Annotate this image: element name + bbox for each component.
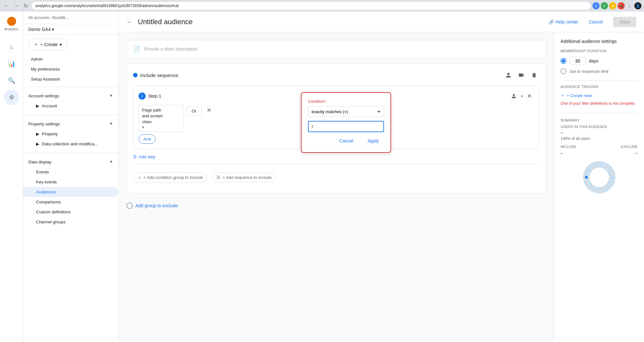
sidebar-item-comparisons[interactable]: Comparisons [23,197,118,207]
step-1-label: 1 Step 1 [139,93,161,100]
url-bar[interactable] [32,2,591,10]
condition-value-input[interactable] [308,121,384,132]
sidebar-item-audiences[interactable]: Audiences [23,187,118,197]
profile-icon-1[interactable]: G [592,2,600,9]
description-bar[interactable]: 📄 Provide a short description [126,40,546,58]
or-button[interactable]: Or [186,106,202,116]
setup-label: Setup Assistant [31,77,60,82]
summary-section: Summary USERS IN THIS AUDIENCE – 100% of… [561,118,638,197]
property-settings-header[interactable]: Property settings ▲ [23,119,118,129]
nav-admin[interactable]: ⚙ [4,90,19,105]
sidebar-item-setup[interactable]: Setup Assistant [23,74,118,84]
sidebar-item-data-collection[interactable]: ▶ Data collection and modifica... [23,139,118,149]
user-scope-button[interactable] [503,70,514,80]
page-path-chevron-icon: ▾ [142,125,144,130]
add-condition-group-button[interactable]: ＋ + Add condition group to include [133,172,207,183]
main-content: ← Untitled audience 🔗 Help center Cancel… [119,12,644,342]
audience-trigger-section: AUDIENCE TRIGGER ＋ + Create new One of y… [561,85,638,106]
admin-icon: ⚙ [9,94,14,101]
right-panel: Additional audience settings MEMBERSHIP … [554,32,644,342]
top-bar: ← Untitled audience 🔗 Help center Cancel… [119,12,644,32]
video-button[interactable] [516,70,526,80]
step-1-text: Step 1 [148,93,161,99]
forward-button[interactable]: → [12,2,20,10]
description-placeholder: Provide a short description [144,46,197,52]
step-1-actions: ▾ ✕ [509,91,534,101]
sidebar-item-events[interactable]: Events [23,167,118,177]
sidebar-item-admin[interactable]: Admin [23,54,118,64]
days-label: days [589,58,599,64]
account-settings-section: Account settings ▲ ▶ Account [23,90,118,112]
include-exclude-values: – – [561,151,638,155]
downloads-icon[interactable]: ↓ [626,2,633,9]
cancel-button[interactable]: Cancel [582,17,609,27]
create-trigger-label: + Create new [567,93,592,98]
add-step-icon: ☰ [133,154,137,159]
sequence-actions [503,70,539,80]
save-button[interactable]: Save [613,17,636,27]
property-settings-chevron-icon: ▲ [109,122,113,126]
condition-apply-button[interactable]: Apply [362,136,384,146]
sidebar-item-custom-definitions[interactable]: Custom definitions [23,207,118,217]
help-center-link[interactable]: 🔗 Help center [549,19,579,24]
nav-home[interactable]: ⌂ [4,39,19,55]
step-1-container: 1 Step 1 ▾ ✕ [133,85,539,149]
create-button[interactable]: ＋ + Create ▾ [28,39,67,50]
data-collection-expand-icon: ▶ [36,142,39,146]
sidebar-item-preferences[interactable]: My preferences [23,64,118,74]
data-display-header[interactable]: Data display ▲ [23,157,118,167]
account-name[interactable]: Demo GA4 ▾ [28,27,113,32]
remove-step-button[interactable]: ✕ [525,92,534,101]
duration-options: days Set to maximum limit [561,57,638,74]
add-exclude-button[interactable]: Add group to exclude [135,203,178,208]
data-collection-label: Data collection and modifica... [42,142,98,146]
required-marker: * [324,99,326,104]
and-button[interactable]: And [139,134,156,144]
sidebar-item-property[interactable]: ▶ Property [23,129,118,139]
delete-sequence-button[interactable] [529,70,539,80]
summary-title: Summary [561,118,638,122]
data-display-section: Data display ▲ Events Key events Audienc… [23,156,118,228]
duration-radio-days[interactable] [561,58,566,64]
extensions-icon[interactable]: 🔌 [618,2,625,9]
sequence-dot [133,73,138,77]
profile-icon-2[interactable]: G [601,2,608,9]
back-button[interactable]: ← [3,2,10,10]
refresh-button[interactable]: ↻ [22,2,30,10]
account-icon[interactable]: 👤 [634,2,641,9]
create-plus-icon: ＋ [34,42,38,47]
account-settings-header[interactable]: Account settings ▲ [23,91,118,101]
duration-radio-max[interactable] [561,68,566,74]
add-sequence-label: + Add sequence to include [222,175,272,180]
condition-cancel-button[interactable]: Cancel [334,136,359,146]
add-sequence-icon: ☰ [216,175,220,180]
profile-icon-3[interactable]: ★ [609,2,616,9]
sidebar-item-channel-groups[interactable]: Channel groups [23,217,118,227]
home-icon: ⌂ [10,44,13,51]
nav-explore[interactable]: 🔍 [4,73,19,88]
step-user-scope-button[interactable] [509,91,519,101]
back-arrow-button[interactable]: ← [126,18,133,25]
duration-days-input[interactable] [570,57,586,65]
account-label: Account [42,103,57,108]
account-settings-label: Account settings [28,93,59,98]
external-link-icon: 🔗 [549,19,554,24]
page-title: Untitled audience [138,18,543,26]
page-path-dropdown[interactable]: Page pathand screenclass ▾ [139,105,184,132]
property-settings-section: Property settings ▲ ▶ Property ▶ Data co… [23,118,118,150]
data-display-chevron-icon: ▲ [109,160,113,164]
max-limit-label: Set to maximum limit [570,69,609,74]
channel-groups-label: Channel groups [36,220,66,224]
add-step-row[interactable]: ☰ Add step [133,153,539,161]
add-sequence-button[interactable]: ☰ + Add sequence to include [212,173,276,182]
condition-select[interactable]: exactly matches (=) contains begins with… [308,106,384,117]
create-trigger-button[interactable]: ＋ + Create new [561,93,638,98]
account-name-row[interactable]: Demo GA4 ▾ [23,24,118,35]
sidebar-item-key-events[interactable]: Key events [23,177,118,187]
comparisons-label: Comparisons [36,200,61,204]
remove-filter-button[interactable]: ✕ [204,106,213,115]
sidebar-item-account[interactable]: ▶ Account [23,101,118,111]
nav-reports[interactable]: 📊 [4,56,19,72]
condition-popup: Condition* exactly matches (=) contains … [301,92,391,153]
error-message: One of your filter definitions is not co… [561,101,638,106]
